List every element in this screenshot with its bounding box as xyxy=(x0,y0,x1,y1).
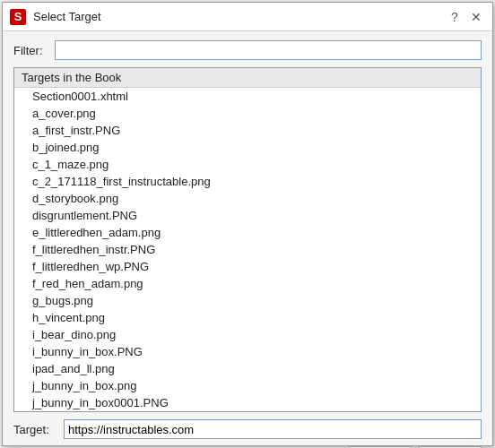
filter-row: Filter: xyxy=(13,40,482,60)
filter-input[interactable] xyxy=(55,40,482,60)
list-item[interactable]: j_bunny_in_box0001.PNG xyxy=(14,394,481,411)
close-button[interactable]: ✕ xyxy=(467,8,485,26)
app-icon: S xyxy=(10,9,26,25)
list-item[interactable]: g_bugs.png xyxy=(14,292,481,309)
list-item[interactable]: j_bunny_in_box.png xyxy=(14,377,481,394)
filter-label: Filter: xyxy=(13,44,48,57)
list-item[interactable]: Section0001.xhtml xyxy=(14,88,481,105)
list-item[interactable]: disgruntlement.PNG xyxy=(14,207,481,224)
list-item[interactable]: e_littleredhen_adam.png xyxy=(14,224,481,241)
dialog-body: Filter: Targets in the Book Section0001.… xyxy=(3,31,492,448)
select-target-dialog: S Select Target ? ✕ Filter: Targets in t… xyxy=(2,2,493,446)
list-scroll-area[interactable]: Section0001.xhtmla_cover.pnga_first_inst… xyxy=(14,88,481,411)
list-item[interactable]: c_2_171118_first_instructable.png xyxy=(14,173,481,190)
target-row: Target: xyxy=(13,419,482,439)
list-item[interactable]: i_bear_dino.png xyxy=(14,326,481,343)
list-item[interactable]: f_red_hen_adam.png xyxy=(14,275,481,292)
list-item[interactable]: f_littleredhen_wp.PNG xyxy=(14,258,481,275)
targets-list-container: Targets in the Book Section0001.xhtmla_c… xyxy=(13,67,482,412)
title-bar: S Select Target ? ✕ xyxy=(3,3,492,31)
target-label: Target: xyxy=(13,423,56,436)
target-input[interactable] xyxy=(64,419,482,439)
list-item[interactable]: d_storybook.png xyxy=(14,190,481,207)
title-bar-left: S Select Target xyxy=(10,9,101,25)
help-button[interactable]: ? xyxy=(446,8,464,26)
list-item[interactable]: h_vincent.png xyxy=(14,309,481,326)
list-item[interactable]: a_first_instr.PNG xyxy=(14,122,481,139)
list-item[interactable]: c_1_maze.png xyxy=(14,156,481,173)
title-bar-buttons: ? ✕ xyxy=(446,8,485,26)
list-item[interactable]: a_cover.png xyxy=(14,105,481,122)
list-item[interactable]: b_joined.png xyxy=(14,139,481,156)
list-item[interactable]: f_littleredhen_instr.PNG xyxy=(14,241,481,258)
list-item[interactable]: ipad_and_ll.png xyxy=(14,360,481,377)
list-item[interactable]: i_bunny_in_box.PNG xyxy=(14,343,481,360)
dialog-title: Select Target xyxy=(33,10,101,23)
list-header: Targets in the Book xyxy=(14,68,481,88)
